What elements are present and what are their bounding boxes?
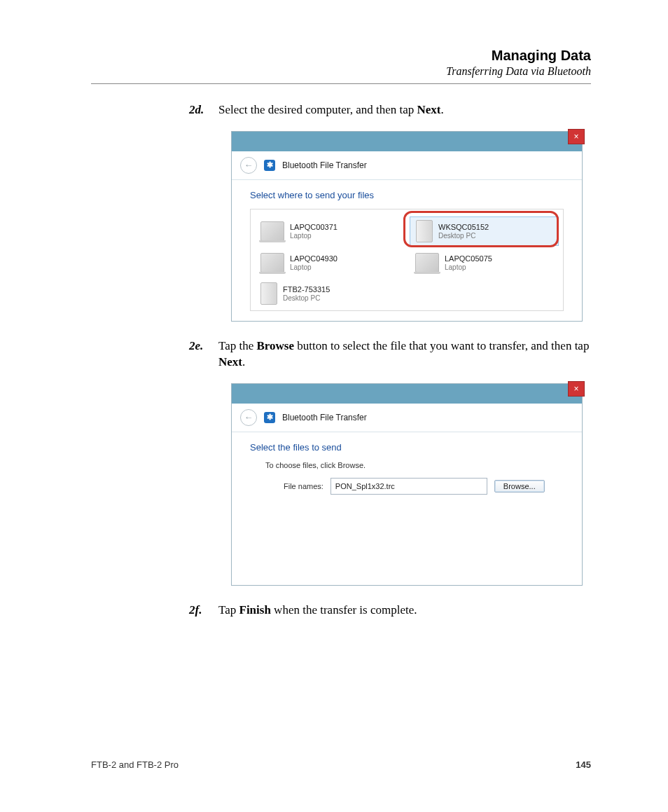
device-item[interactable]: FTB2-753315 Desktop PC [255, 280, 404, 308]
device-type: Laptop [290, 263, 338, 272]
dialog-prompt: Select where to send your files [250, 190, 564, 200]
bluetooth-icon: ✱ [264, 412, 275, 423]
device-name: WKSQC05152 [438, 223, 489, 232]
close-icon[interactable]: × [568, 129, 585, 144]
dialog-prompt: Select the files to send [250, 442, 564, 453]
device-type: Laptop [290, 232, 338, 240]
dialog-header: ← ✱ Bluetooth File Transfer [232, 404, 582, 432]
device-item[interactable]: LAPQC04930 Laptop [255, 250, 404, 275]
device-item[interactable]: LAPQC00371 Laptop [255, 216, 404, 246]
footer-product: FTB-2 and FTB-2 Pro [91, 759, 179, 770]
device-item[interactable]: LAPQC05075 Laptop [410, 250, 559, 275]
page-footer: FTB-2 and FTB-2 Pro 145 [91, 759, 591, 770]
instruction-text: To choose files, click Browse. [265, 461, 564, 469]
desktop-icon [416, 220, 433, 242]
page-header-title: Managing Data [91, 48, 591, 64]
device-name: FTB2-753315 [283, 285, 330, 294]
laptop-icon [415, 253, 439, 273]
bluetooth-icon: ✱ [264, 160, 275, 171]
screenshot-select-file: × ← ✱ Bluetooth File Transfer Select the… [231, 383, 583, 586]
file-names-label: File names: [284, 482, 323, 490]
laptop-icon [260, 253, 284, 273]
dialog-titlebar: × [232, 132, 582, 151]
step-label: 2e. [189, 338, 218, 355]
device-type: Desktop PC [438, 232, 489, 240]
file-names-input[interactable]: PON_Spl1x32.trc [330, 478, 487, 495]
desktop-icon [260, 282, 277, 305]
back-icon[interactable]: ← [240, 409, 257, 426]
dialog-titlebar: × [232, 384, 582, 404]
step-2d: 2d. Select the desired computer, and the… [189, 102, 591, 118]
step-text: Select the desired computer, and then ta… [218, 102, 444, 118]
device-name: LAPQC04930 [290, 254, 338, 263]
step-2f: 2f. Tap Finish when the transfer is comp… [189, 603, 591, 619]
dialog-title: Bluetooth File Transfer [282, 160, 367, 170]
screenshot-select-device: × ← ✱ Bluetooth File Transfer Select whe… [231, 131, 583, 322]
step-text: Tap Finish when the transfer is complete… [218, 603, 417, 619]
step-2e: 2e. Tap the Browse button to select the … [189, 338, 591, 371]
step-label: 2d. [189, 102, 218, 118]
step-label: 2f. [189, 603, 218, 619]
browse-button[interactable]: Browse... [494, 480, 545, 493]
device-list: LAPQC00371 Laptop WKSQC05152 Desktop PC … [250, 209, 564, 311]
dialog-title: Bluetooth File Transfer [282, 413, 367, 422]
header-divider [91, 83, 591, 84]
footer-page-number: 145 [576, 759, 591, 770]
laptop-icon [260, 221, 284, 241]
page-header-subtitle: Transferring Data via Bluetooth [91, 65, 591, 78]
step-text: Tap the Browse button to select the file… [218, 338, 591, 371]
dialog-header: ← ✱ Bluetooth File Transfer [232, 151, 582, 180]
device-name: LAPQC00371 [290, 223, 338, 232]
device-type: Desktop PC [283, 294, 330, 303]
device-name: LAPQC05075 [445, 254, 492, 263]
back-icon[interactable]: ← [240, 157, 257, 174]
device-item-selected[interactable]: WKSQC05152 Desktop PC [410, 216, 559, 246]
close-icon[interactable]: × [568, 381, 585, 397]
device-type: Laptop [445, 263, 492, 272]
